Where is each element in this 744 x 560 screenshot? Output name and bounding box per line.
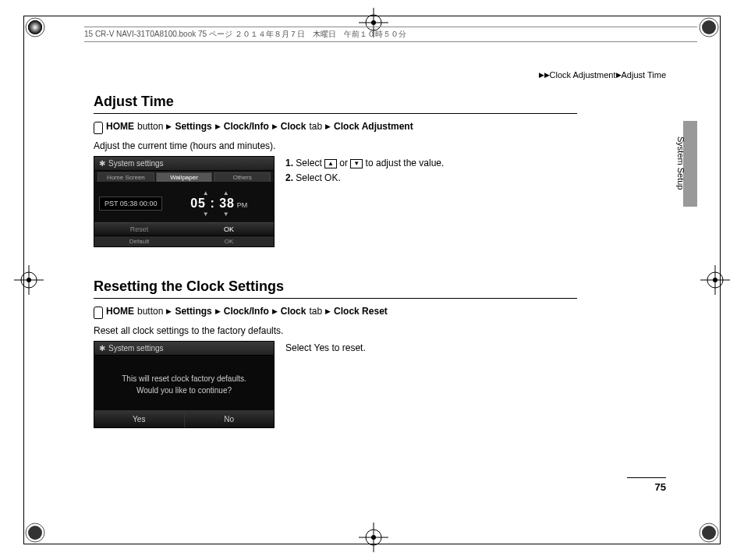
- am-pm-label: PM: [237, 201, 248, 209]
- screen-title-bar: ✱ System settings: [94, 157, 274, 171]
- nav-path-reset-clock: HOME button ▶ Settings ▶ Clock/Info ▶ Cl…: [94, 305, 577, 317]
- nav-path-adjust-time: HOME button ▶ Settings ▶ Clock/Info ▶ Cl…: [94, 120, 577, 133]
- down-arrow-icon[interactable]: ▼ ▼: [168, 211, 269, 218]
- screen-title: System settings: [108, 159, 164, 168]
- instr-text: Select: [285, 342, 311, 353]
- up-arrow-icon: ▲: [324, 159, 337, 168]
- step-text: Select: [296, 158, 321, 168]
- clock-adjust-widget: ▲ ▲ 05 : 38 PM ▼ ▼: [168, 190, 269, 218]
- registration-mark-icon: [14, 265, 44, 295]
- page-number: 75: [627, 477, 666, 493]
- svg-point-16: [713, 278, 717, 282]
- screen-title: System settings: [108, 344, 164, 353]
- yes-button[interactable]: Yes: [94, 411, 185, 427]
- registration-mark-icon: [700, 265, 730, 295]
- screenshot-system-settings-time: ✱ System settings Home Screen Wallpaper …: [94, 156, 275, 247]
- ok-button[interactable]: OK: [184, 223, 274, 236]
- svg-point-4: [702, 20, 716, 34]
- footer-ok-button[interactable]: OK: [184, 236, 274, 246]
- section2-description: Reset all clock settings to the factory …: [94, 325, 577, 336]
- svg-point-2: [28, 20, 42, 34]
- down-arrow-icon: ▼: [350, 159, 363, 168]
- svg-point-24: [371, 535, 376, 540]
- nav-home: HOME: [106, 306, 134, 317]
- step-ok-label: OK: [324, 172, 338, 183]
- arrow-icon: ▶: [215, 122, 221, 130]
- nav-clock: Clock: [281, 306, 306, 317]
- breadcrumb: ▶▶Clock Adjustment▶Adjust Time: [539, 70, 666, 80]
- timezone-display: PST 05:38 00:00: [99, 197, 162, 211]
- confirm-line1: This will reset clock factory defaults.: [102, 373, 266, 385]
- section-title-adjust-time: Adjust Time: [94, 94, 577, 114]
- nav-home: HOME: [106, 121, 134, 132]
- section1-description: Adjust the current time (hours and minut…: [94, 140, 577, 151]
- tab-others[interactable]: Others: [214, 172, 271, 182]
- breadcrumb-item: Clock Adjustment: [550, 70, 616, 80]
- nav-text: button: [137, 306, 163, 317]
- svg-point-12: [27, 278, 31, 282]
- footer-default-button[interactable]: Default: [94, 236, 184, 246]
- screen-title-bar: ✱ System settings: [94, 342, 274, 356]
- crop-mark-icon: [22, 519, 48, 546]
- crop-mark-icon: [22, 14, 48, 41]
- crop-mark-icon: [696, 519, 722, 546]
- tab-wallpaper[interactable]: Wallpaper: [156, 172, 213, 182]
- svg-point-8: [702, 526, 716, 540]
- breadcrumb-item: Adjust Time: [622, 70, 666, 80]
- up-arrow-icon[interactable]: ▲ ▲: [168, 190, 269, 197]
- arrow-icon: ▶▶: [539, 71, 550, 79]
- nav-clockinfo: Clock/Info: [224, 306, 269, 317]
- arrow-icon: ▶: [215, 307, 221, 315]
- arrow-icon: ▶: [272, 122, 278, 130]
- arrow-icon: ▶: [166, 122, 172, 130]
- step-text: to adjust the value.: [366, 158, 445, 168]
- svg-point-20: [371, 20, 376, 25]
- instr-text: to reset.: [331, 342, 365, 353]
- arrow-icon: ▶: [616, 71, 622, 79]
- crop-mark-icon: [696, 14, 722, 41]
- arrow-icon: ▶: [166, 307, 172, 315]
- home-icon: [94, 307, 103, 319]
- nav-clock: Clock: [281, 121, 306, 132]
- nav-clockinfo: Clock/Info: [224, 121, 269, 132]
- step-text: Select: [296, 172, 321, 183]
- confirm-line2: Would you like to continue?: [102, 385, 266, 396]
- instruction-text: Select Yes to reset.: [285, 341, 366, 428]
- instr-yes-label: Yes: [314, 342, 329, 353]
- registration-mark-icon: [359, 523, 388, 552]
- section-title-reset-clock: Resetting the Clock Settings: [94, 278, 577, 299]
- no-button[interactable]: No: [185, 411, 275, 427]
- nav-settings: Settings: [175, 121, 211, 132]
- arrow-icon: ▶: [325, 122, 331, 130]
- arrow-icon: ▶: [272, 307, 278, 315]
- confirm-message: This will reset clock factory defaults. …: [94, 356, 274, 410]
- nav-clock-reset: Clock Reset: [334, 306, 388, 317]
- tab-home-screen[interactable]: Home Screen: [97, 172, 154, 182]
- file-info-header: 15 CR-V NAVI-31T0A8100.book 75 ページ ２０１４年…: [84, 27, 697, 42]
- step-text: .: [338, 172, 340, 183]
- time-display: 05 : 38: [190, 197, 235, 210]
- step-1: 1. Select ▲ or ▼ to adjust the value.: [285, 156, 444, 171]
- instruction-steps: 1. Select ▲ or ▼ to adjust the value. 2.…: [285, 156, 444, 247]
- home-icon: [94, 122, 103, 134]
- step-2: 2. Select OK.: [285, 171, 444, 186]
- step-text: or: [339, 158, 348, 168]
- side-section-label: System Setup: [676, 136, 686, 190]
- screenshot-system-settings-reset: ✱ System settings This will reset clock …: [94, 341, 275, 428]
- nav-text: tab: [309, 306, 322, 317]
- reset-button[interactable]: Reset: [94, 223, 184, 236]
- arrow-icon: ▶: [325, 307, 331, 315]
- nav-settings: Settings: [175, 306, 211, 317]
- nav-text: tab: [309, 121, 322, 132]
- gear-icon: ✱: [99, 344, 105, 353]
- svg-point-6: [28, 526, 42, 540]
- nav-clock-adjustment: Clock Adjustment: [334, 121, 413, 132]
- nav-text: button: [137, 121, 163, 132]
- gear-icon: ✱: [99, 159, 105, 168]
